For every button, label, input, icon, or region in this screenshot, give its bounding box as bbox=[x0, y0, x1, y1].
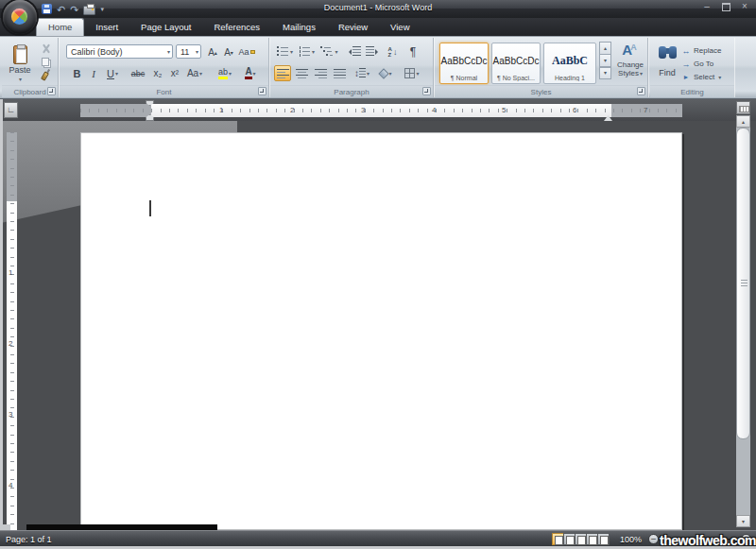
close-button[interactable]: × bbox=[739, 2, 750, 11]
zoom-out-button[interactable]: – bbox=[648, 534, 659, 544]
tab-references[interactable]: References bbox=[202, 18, 271, 36]
shrink-font-button[interactable]: A▾ bbox=[221, 44, 236, 60]
save-icon[interactable] bbox=[42, 4, 52, 14]
style-no-spacing[interactable]: AaBbCcDc ¶ No Spaci... bbox=[491, 43, 541, 84]
group-editing: Find ↔ Replace → Go To ► Select Editing bbox=[650, 38, 734, 97]
decrease-indent-button[interactable] bbox=[346, 43, 362, 60]
styles-scroll-up-icon[interactable]: ▴ bbox=[599, 42, 611, 55]
bullets-button[interactable] bbox=[275, 43, 295, 60]
tab-review[interactable]: Review bbox=[327, 18, 379, 36]
text-highlight-color-button[interactable]: ab bbox=[214, 65, 236, 81]
align-left-button[interactable] bbox=[274, 65, 291, 81]
arrow-right-icon bbox=[375, 49, 378, 55]
copy-icon[interactable] bbox=[42, 58, 49, 66]
arrow-left-icon bbox=[349, 49, 352, 55]
paragraph-dialog-launcher-icon[interactable] bbox=[422, 87, 431, 95]
word-application-window: Document1 - Microsoft Word – × ↶ ↷ ▾ Hom… bbox=[0, 0, 756, 549]
office-logo-icon bbox=[11, 9, 27, 25]
tab-view[interactable]: View bbox=[379, 18, 421, 36]
view-switcher bbox=[553, 533, 610, 545]
group-clipboard: Paste Clipboard bbox=[2, 38, 59, 97]
font-name-combobox[interactable]: Calibri (Body) bbox=[66, 44, 173, 59]
change-case-button[interactable]: Aa bbox=[184, 65, 205, 81]
ruler-toggle-button[interactable] bbox=[736, 101, 750, 114]
clipboard-dialog-launcher-icon[interactable] bbox=[47, 87, 56, 95]
align-left-icon bbox=[277, 69, 289, 78]
line-spacing-button[interactable]: ↕ bbox=[352, 65, 372, 81]
align-right-icon bbox=[315, 69, 327, 78]
bullet-list-icon bbox=[277, 46, 289, 57]
group-paragraph: AZ ↓ ¶ ↕ bbox=[270, 38, 434, 97]
shading-button[interactable] bbox=[376, 65, 396, 81]
style-normal[interactable]: AaBbCcDc ¶ Normal bbox=[439, 43, 489, 84]
customize-qat-icon[interactable]: ▾ bbox=[100, 6, 104, 13]
indent-lines-icon bbox=[366, 46, 374, 57]
vertical-ruler[interactable]: 1 2 3 4 bbox=[7, 132, 17, 530]
select-button[interactable]: ► Select bbox=[681, 71, 721, 83]
horizontal-ruler[interactable]: 1 2 3 4 5 6 7 bbox=[80, 104, 682, 117]
vertical-scrollbar[interactable] bbox=[736, 128, 750, 515]
find-button[interactable]: Find bbox=[654, 45, 680, 85]
paste-menu-caret-icon bbox=[19, 76, 22, 82]
scroll-down-button[interactable]: ▾ bbox=[736, 515, 750, 527]
font-dialog-launcher-icon[interactable] bbox=[258, 87, 266, 95]
subscript-button[interactable]: x₂ bbox=[150, 65, 165, 81]
minimize-button[interactable]: – bbox=[701, 2, 713, 11]
numbered-list-icon bbox=[299, 46, 311, 57]
draft-view-button[interactable] bbox=[597, 533, 610, 545]
styles-gallery-more-icon[interactable]: ▾ bbox=[599, 66, 611, 79]
style-heading-1[interactable]: AaBbC Heading 1 bbox=[543, 43, 596, 84]
align-right-button[interactable] bbox=[312, 65, 329, 81]
goto-button[interactable]: → Go To bbox=[681, 58, 713, 70]
page-count-status[interactable]: Page: 1 of 1 bbox=[6, 535, 52, 544]
multilevel-list-button[interactable] bbox=[318, 43, 340, 60]
strikethrough-button[interactable]: abc bbox=[128, 65, 148, 81]
clear-formatting-button[interactable]: Aa bbox=[238, 44, 255, 60]
sort-button[interactable]: AZ ↓ bbox=[384, 43, 402, 60]
underline-button[interactable]: U bbox=[102, 65, 123, 81]
office-button[interactable] bbox=[3, 0, 37, 34]
cut-icon[interactable] bbox=[40, 43, 53, 55]
align-center-button[interactable] bbox=[293, 65, 310, 81]
redo-icon[interactable]: ↷ bbox=[70, 4, 78, 15]
tab-stop-selector[interactable]: ∟ bbox=[4, 102, 18, 118]
font-size-combobox[interactable]: 11 bbox=[176, 44, 201, 59]
document-page[interactable] bbox=[80, 132, 682, 530]
styles-scroll-down-icon[interactable]: ▾ bbox=[599, 54, 611, 67]
ribbon: Paste Clipboard Calibri (Body) 11 A▴ bbox=[0, 36, 756, 99]
scrollbar-thumb[interactable] bbox=[736, 128, 750, 439]
format-painter-icon[interactable] bbox=[41, 71, 49, 80]
replace-button[interactable]: ↔ Replace bbox=[681, 44, 721, 57]
maximize-button[interactable] bbox=[720, 2, 731, 11]
text-cursor bbox=[149, 200, 151, 216]
chevron-down-icon bbox=[229, 70, 232, 77]
scroll-up-button[interactable]: ▴ bbox=[736, 115, 750, 128]
change-styles-button[interactable]: AA Change Styles bbox=[614, 42, 646, 86]
tab-page-layout[interactable]: Page Layout bbox=[129, 18, 202, 36]
superscript-button[interactable]: x² bbox=[167, 65, 182, 81]
styles-dialog-launcher-icon[interactable] bbox=[637, 87, 645, 95]
paste-button[interactable]: Paste bbox=[6, 41, 34, 86]
borders-button[interactable] bbox=[401, 65, 423, 81]
increase-indent-button[interactable] bbox=[364, 43, 380, 60]
justify-button[interactable] bbox=[331, 65, 348, 81]
undo-icon[interactable]: ↶ bbox=[57, 4, 65, 15]
select-arrow-icon: ► bbox=[681, 74, 691, 80]
zoom-level-label[interactable]: 100% bbox=[620, 535, 642, 544]
tab-insert[interactable]: Insert bbox=[84, 18, 129, 36]
shading-bucket-icon bbox=[379, 68, 389, 78]
styles-group-label: Styles bbox=[435, 85, 647, 97]
bold-button[interactable]: B bbox=[69, 65, 85, 81]
chevron-down-icon bbox=[253, 70, 256, 77]
font-color-button[interactable]: A bbox=[239, 65, 262, 81]
print-icon[interactable] bbox=[83, 6, 95, 15]
show-hide-pilcrow-button[interactable]: ¶ bbox=[404, 43, 421, 60]
window-frame-left bbox=[0, 99, 3, 549]
grow-font-button[interactable]: A▴ bbox=[205, 44, 220, 60]
binoculars-icon bbox=[659, 46, 677, 59]
italic-button[interactable]: I bbox=[87, 65, 100, 81]
tab-home[interactable]: Home bbox=[36, 18, 84, 36]
tab-mailings[interactable]: Mailings bbox=[271, 18, 327, 36]
numbering-button[interactable] bbox=[297, 43, 317, 60]
chevron-down-icon bbox=[196, 48, 198, 55]
